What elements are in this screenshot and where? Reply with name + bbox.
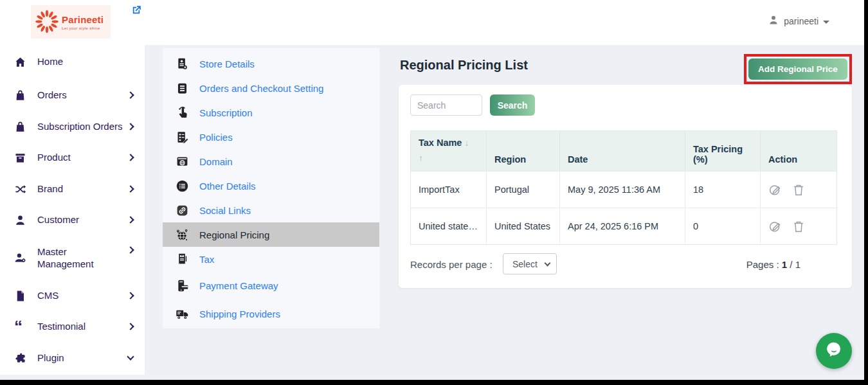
cell-action (761, 208, 836, 244)
chat-bubble-icon (824, 340, 844, 362)
product-box-icon (14, 152, 26, 164)
brand-text: Parineeti Let your style shine (62, 14, 104, 30)
top-header: Parineeti Let your style shine parineeti (0, 0, 864, 45)
settings-item-label: Domain (199, 156, 233, 167)
sidebar-item-label: Orders (37, 89, 67, 102)
sidebar-item-brand[interactable]: Brand (0, 177, 145, 201)
add-regional-price-highlight: Add Regional Price (744, 54, 852, 84)
store-details-icon (176, 57, 189, 71)
table-row: United state… United States Apr 24, 2025… (411, 208, 836, 244)
settings-item-orders-checkout[interactable]: Orders and Checkout Setting (163, 76, 379, 100)
records-per-page-label: Records per page : (410, 259, 493, 270)
sidebar-item-subscription-orders[interactable]: Subscription Orders (0, 115, 145, 138)
sidebar-item-cms[interactable]: CMS (0, 284, 145, 307)
cell-date: Apr 24, 2025 6:16 PM (560, 208, 685, 244)
chevron-down-icon (823, 21, 829, 24)
delete-icon[interactable] (791, 183, 806, 197)
sidebar-item-customer[interactable]: Customer (0, 208, 145, 231)
other-details-list-icon (176, 179, 189, 193)
current-page: 1 (782, 259, 787, 270)
settings-item-label: Policies (199, 132, 233, 143)
social-links-chain-icon (176, 204, 189, 217)
user-avatar-icon (768, 14, 779, 28)
chevron-right-icon (127, 292, 134, 299)
page-title: Regional Pricing List (400, 58, 528, 73)
subscription-orders-bag-icon (14, 121, 26, 133)
settings-item-label: Store Details (199, 58, 255, 69)
select-value: Select (512, 259, 538, 269)
delete-icon[interactable] (791, 219, 806, 233)
settings-item-label: Shipping Providers (199, 309, 280, 319)
settings-item-store-details[interactable]: Store Details (163, 51, 379, 76)
edit-icon[interactable] (768, 183, 782, 197)
sidebar-item-label: Subscription Orders (37, 120, 123, 133)
payment-gateway-icon (176, 279, 189, 292)
testimonial-quote-icon: “ (14, 323, 26, 330)
cell-region: United States (487, 208, 560, 244)
page-separator: / (790, 259, 792, 270)
settings-item-regional-pricing[interactable]: Regional Pricing (163, 222, 379, 247)
settings-item-social-links[interactable]: Social Links (163, 198, 379, 222)
chevron-right-icon (127, 91, 134, 98)
settings-item-label: Payment Gateway (199, 280, 278, 291)
column-header-tax-pricing: Tax Pricing (%) (685, 131, 761, 171)
regional-pricing-card: Search Tax Name ↓ ↑ Region Date Tax Pric… (399, 85, 852, 288)
search-button[interactable]: Search (490, 94, 535, 116)
sort-ascending-icon[interactable]: ↑ (419, 153, 486, 163)
shipping-truck-icon (176, 307, 189, 321)
cell-tax-pricing: 0 (685, 208, 761, 244)
edit-icon[interactable] (768, 219, 782, 233)
total-pages: 1 (795, 259, 800, 270)
chevron-right-icon (127, 185, 134, 192)
settings-item-other-details[interactable]: Other Details (163, 174, 379, 198)
domain-browser-icon (176, 155, 189, 168)
table-header-row: Tax Name ↓ ↑ Region Date Tax Pricing (%)… (411, 131, 836, 171)
sidebar-item-plugin[interactable]: Plugin (0, 346, 145, 370)
settings-item-tax[interactable]: TAX Tax (163, 247, 379, 271)
add-regional-price-button[interactable]: Add Regional Price (748, 58, 847, 80)
sidebar-item-label: Home (37, 55, 63, 68)
tax-receipt-icon: TAX (176, 253, 189, 266)
column-header-region: Region (487, 131, 560, 171)
sidebar-item-orders[interactable]: Orders (0, 84, 145, 107)
home-icon (14, 56, 26, 68)
brand-logo[interactable]: Parineeti Let your style shine (31, 5, 111, 39)
subscription-click-icon (176, 106, 189, 120)
cell-date: May 9, 2025 11:36 AM (560, 171, 685, 208)
settings-item-label: Social Links (199, 205, 251, 216)
cell-tax-name: ImportTax (411, 171, 487, 208)
sidebar-item-product[interactable]: Product (0, 146, 145, 169)
sidebar-item-master-management[interactable]: Master Management (0, 238, 145, 277)
records-per-page-select[interactable]: Select (503, 253, 557, 274)
chat-widget-button[interactable] (816, 333, 852, 369)
settings-item-policies[interactable]: Policies (163, 125, 379, 149)
column-header-action: Action (761, 131, 836, 171)
settings-item-domain[interactable]: Domain (163, 149, 379, 174)
settings-item-subscription[interactable]: Subscription (163, 100, 379, 125)
sidebar-item-label: Customer (37, 213, 79, 226)
chevron-right-icon (127, 154, 134, 161)
user-menu[interactable]: parineeti (768, 14, 829, 28)
orders-checkout-icon (176, 82, 189, 95)
app-frame: Parineeti Let your style shine parineeti (0, 0, 864, 380)
settings-item-label: Regional Pricing (199, 229, 269, 240)
sidebar-item-label: Product (37, 151, 71, 164)
chevron-down-icon (545, 260, 551, 266)
chevron-right-icon (127, 216, 134, 223)
customer-person-icon (14, 214, 26, 226)
sidebar-item-testimonial[interactable]: “ Testimonial (0, 315, 145, 338)
sort-descending-icon[interactable]: ↓ (464, 138, 469, 148)
open-storefront-icon[interactable] (131, 4, 142, 16)
settings-item-label: Other Details (199, 181, 256, 192)
cms-file-icon (14, 290, 26, 302)
brand-shuffle-icon (14, 183, 26, 195)
main-sidebar: Home Orders Subscription Orders Product (0, 45, 145, 375)
search-input[interactable] (410, 94, 482, 116)
settings-item-payment-gateway[interactable]: Payment Gateway (163, 273, 379, 298)
column-header-tax-name[interactable]: Tax Name ↓ ↑ (411, 131, 487, 171)
pages-label: Pages : (746, 259, 779, 270)
sidebar-item-label: CMS (37, 289, 59, 302)
settings-item-shipping-providers[interactable]: Shipping Providers (163, 301, 379, 326)
chevron-right-icon (127, 246, 134, 253)
sidebar-item-home[interactable]: Home (0, 50, 145, 73)
